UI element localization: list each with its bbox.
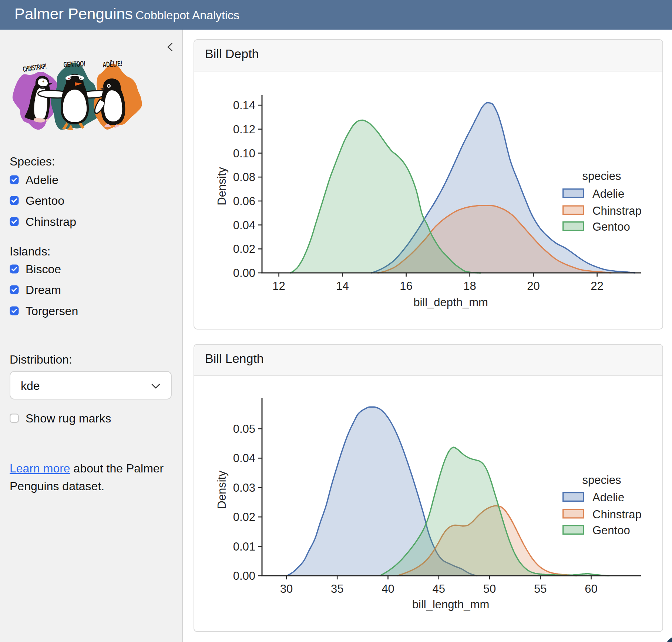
svg-text:Chinstrap: Chinstrap [592,508,642,521]
svg-text:0.12: 0.12 [233,123,255,136]
svg-text:0.05: 0.05 [233,422,255,435]
svg-text:18: 18 [463,280,476,292]
svg-text:40: 40 [382,582,394,595]
svg-text:species: species [582,474,621,486]
svg-text:0.08: 0.08 [233,171,255,184]
svg-text:55: 55 [534,582,547,595]
svg-text:0.01: 0.01 [233,540,255,553]
svg-text:16: 16 [400,280,412,292]
svg-text:bill_length_mm: bill_length_mm [412,598,490,611]
svg-text:0.14: 0.14 [233,99,255,112]
svg-text:Adelie: Adelie [592,491,624,504]
svg-text:Gentoo: Gentoo [592,220,630,233]
svg-text:GENTOO!: GENTOO! [63,59,85,69]
svg-text:0.00: 0.00 [233,569,255,582]
svg-text:0.06: 0.06 [233,195,255,208]
svg-text:Density: Density [215,167,228,205]
svg-text:30: 30 [280,582,293,595]
svg-text:14: 14 [336,280,349,292]
svg-text:22: 22 [591,280,603,292]
svg-text:species: species [582,170,621,183]
svg-text:60: 60 [585,582,597,595]
svg-text:0.00: 0.00 [233,267,255,280]
svg-text:35: 35 [331,582,343,595]
svg-text:12: 12 [272,280,285,292]
svg-text:0.02: 0.02 [233,243,255,255]
svg-text:0.04: 0.04 [233,219,255,232]
svg-text:CHINSTRAP!: CHINSTRAP! [22,62,47,73]
svg-text:0.04: 0.04 [233,452,255,465]
svg-text:ADĒLIE!: ADĒLIE! [103,59,122,69]
svg-text:Gentoo: Gentoo [592,524,630,537]
svg-text:Chinstrap: Chinstrap [592,204,642,217]
svg-text:0.03: 0.03 [233,481,255,494]
svg-text:45: 45 [433,582,445,595]
svg-text:0.10: 0.10 [233,147,255,160]
svg-text:20: 20 [527,280,540,292]
svg-text:Density: Density [215,471,228,509]
svg-text:0.02: 0.02 [233,511,255,524]
svg-text:Adelie: Adelie [592,187,624,200]
svg-text:bill_depth_mm: bill_depth_mm [413,296,488,309]
svg-text:50: 50 [483,582,496,595]
